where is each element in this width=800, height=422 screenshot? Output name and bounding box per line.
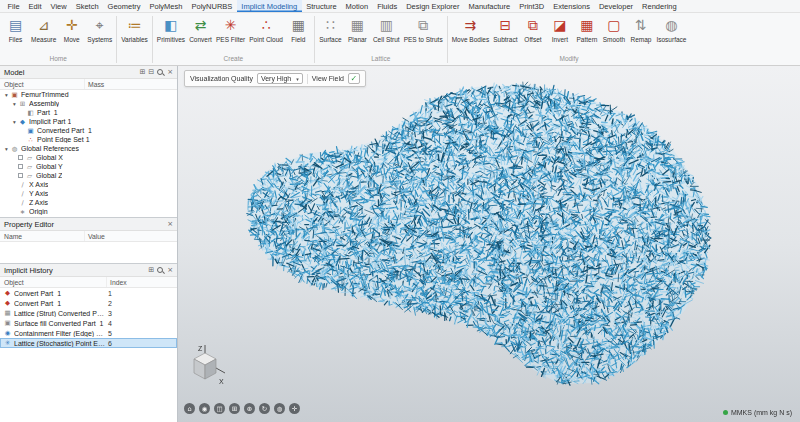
home-view-icon[interactable]: ⌂ xyxy=(184,403,195,414)
model-tree-item[interactable]: ∕Z Axis xyxy=(0,198,177,207)
menu-implicit-modeling[interactable]: Implicit Modeling xyxy=(237,0,302,12)
column-value[interactable]: Value xyxy=(85,233,177,240)
model-tree-item[interactable]: ∕X Axis xyxy=(0,180,177,189)
close-icon[interactable]: × xyxy=(167,220,173,228)
expand-all-icon[interactable]: ⊞ xyxy=(139,68,145,76)
visibility-checkbox[interactable] xyxy=(18,173,23,178)
column-object[interactable]: Object xyxy=(0,277,107,287)
rotate-view-icon[interactable]: ↻ xyxy=(259,403,270,414)
menu-extensions[interactable]: Extensions xyxy=(549,0,595,12)
menu-structure[interactable]: Structure xyxy=(302,0,341,12)
visibility-checkbox[interactable] xyxy=(18,164,23,169)
ribbon-remap-button[interactable]: ⇅Remap xyxy=(627,14,654,55)
menu-geometry[interactable]: Geometry xyxy=(103,0,145,12)
model-tree-item[interactable]: ∗Origin xyxy=(0,207,177,216)
collapse-all-icon[interactable]: ⊟ xyxy=(148,68,154,76)
menu-file[interactable]: File xyxy=(3,0,24,12)
menu-view[interactable]: View xyxy=(46,0,71,12)
ribbon-group-separator xyxy=(116,16,117,63)
orientation-triad[interactable]: Z X xyxy=(182,342,228,390)
tree-expander-icon[interactable]: ▾ xyxy=(11,101,18,107)
camera-view-icon[interactable]: ◉ xyxy=(199,403,210,414)
history-row[interactable]: ✳Lattice (Stochastic) Point Edg...6 xyxy=(0,338,177,348)
model-tree-item[interactable]: ▾◆Implicit Part 1 xyxy=(0,117,177,126)
ribbon-smooth-button[interactable]: ▢Smooth xyxy=(600,14,627,55)
tree-expander-icon[interactable]: ▾ xyxy=(3,146,10,152)
visibility-checkbox[interactable] xyxy=(18,155,23,160)
model-tree-item[interactable]: ▾▣FemurTrimmed xyxy=(0,90,177,99)
fit-view-icon[interactable]: ⊞ xyxy=(229,403,240,414)
tree-expander-icon[interactable]: ▾ xyxy=(3,92,10,98)
ribbon-primitives-button[interactable]: ◧Primitives xyxy=(155,14,187,55)
ribbon-systems-button[interactable]: ⌖Systems xyxy=(85,14,114,55)
menu-fluids[interactable]: Fluids xyxy=(373,0,402,12)
ribbon-measure-button[interactable]: ⊿Measure xyxy=(29,14,58,55)
ribbon-subtract-button[interactable]: ⊟Subtract xyxy=(491,14,519,55)
menu-sketch[interactable]: Sketch xyxy=(71,0,103,12)
search-icon[interactable] xyxy=(157,267,164,274)
ribbon-pes-to-struts-button[interactable]: ⧉PES to Struts xyxy=(402,14,445,55)
menu-developer[interactable]: Developer xyxy=(594,0,637,12)
ribbon-isosurface-button[interactable]: ◍Isosurface xyxy=(654,14,688,55)
ribbon-invert-button[interactable]: ◪Invert xyxy=(546,14,573,55)
ribbon-field-button[interactable]: ▦Field xyxy=(285,14,312,55)
expand-all-icon[interactable]: ⊞ xyxy=(148,266,154,274)
model-tree-item[interactable]: ∕Y Axis xyxy=(0,189,177,198)
zoom-icon[interactable]: ⊕ xyxy=(244,403,255,414)
model-tree-item[interactable]: ▱Global Y xyxy=(0,162,177,171)
history-row[interactable]: ◉Containment Filter (Edge) Poin...5 xyxy=(0,328,177,338)
ribbon-planar-button[interactable]: ▦Planar xyxy=(344,14,371,55)
model-tree-item[interactable]: ▣Converted Part_1 xyxy=(0,126,177,135)
menu-manufacture[interactable]: Manufacture xyxy=(464,0,515,12)
tree-item-label: Assembly xyxy=(29,100,59,107)
history-row[interactable]: ▦Lattice (Strut) Converted Part_13 xyxy=(0,308,177,318)
shading-mode-icon[interactable]: ◍ xyxy=(274,403,285,414)
ribbon-point-cloud-button[interactable]: ∴Point Cloud xyxy=(247,14,285,55)
ribbon-cell-strut-button[interactable]: ▥Cell Strut xyxy=(371,14,402,55)
menu-design-explorer[interactable]: Design Explorer xyxy=(402,0,464,12)
column-name[interactable]: Name xyxy=(0,231,85,241)
ribbon-surface-button[interactable]: ∷Surface xyxy=(317,14,344,55)
view-field-checkbox[interactable]: ✓ xyxy=(348,73,360,84)
ribbon-pattern-button[interactable]: ▦Pattern xyxy=(573,14,600,55)
ribbon-variables-button[interactable]: ≔Variables xyxy=(119,14,150,55)
model-tree-item[interactable]: ▾◍Global References xyxy=(0,144,177,153)
history-row[interactable]: ▣Surface fill Converted Part_14 xyxy=(0,318,177,328)
tree-item-label: Implicit Part 1 xyxy=(29,118,71,125)
model-tree-item[interactable]: ▱Global X xyxy=(0,153,177,162)
close-icon[interactable]: × xyxy=(167,266,173,274)
implicit-history-actions: ⊞ × xyxy=(148,266,173,274)
ribbon-files-button[interactable]: ▤Files xyxy=(2,14,29,55)
pan-icon[interactable]: ✛ xyxy=(289,403,300,414)
history-row[interactable]: ◆Convert Part_11 xyxy=(0,288,177,298)
menu-motion[interactable]: Motion xyxy=(341,0,373,12)
ribbon-move-bodies-button[interactable]: ⇉Move Bodies xyxy=(450,14,492,55)
model-panel: Model ⊞ ⊟ × Object Mass ▾▣FemurTrimmed▾⊞… xyxy=(0,66,177,218)
tree-expander-icon[interactable]: ▾ xyxy=(11,119,18,125)
menu-print3d[interactable]: Print3D xyxy=(515,0,549,12)
ribbon-offset-button[interactable]: ⧉Offset xyxy=(519,14,546,55)
model-tree-item[interactable]: ▾⊞Assembly xyxy=(0,99,177,108)
systems-icon: ⌖ xyxy=(96,15,104,35)
remap-icon: ⇅ xyxy=(635,15,647,35)
visualization-quality-dropdown[interactable]: Very High ▾ xyxy=(257,73,303,84)
ribbon-convert-button[interactable]: ⇄Convert xyxy=(187,14,214,55)
model-tree-item[interactable]: ∴Point Edge Set 1 xyxy=(0,135,177,144)
history-row[interactable]: ◆Convert Part_12 xyxy=(0,298,177,308)
menu-polynurbs[interactable]: PolyNURBS xyxy=(187,0,237,12)
close-icon[interactable]: × xyxy=(167,68,173,76)
search-icon[interactable] xyxy=(157,69,164,76)
ribbon-pes-filter-button[interactable]: ✳PES Filter xyxy=(214,14,247,55)
menu-edit[interactable]: Edit xyxy=(24,0,46,12)
view-cube-icon[interactable]: ◫ xyxy=(214,403,225,414)
viewport-3d-lattice[interactable] xyxy=(178,66,800,422)
viewport-3d[interactable]: Visualization Quality Very High ▾ View F… xyxy=(178,66,800,422)
model-tree-item[interactable]: ◧Part_1 xyxy=(0,108,177,117)
menu-rendering[interactable]: Rendering xyxy=(638,0,682,12)
column-index[interactable]: Index xyxy=(107,279,177,286)
model-tree-item[interactable]: ▱Global Z xyxy=(0,171,177,180)
column-object[interactable]: Object xyxy=(0,79,85,89)
menu-polymesh[interactable]: PolyMesh xyxy=(145,0,187,12)
ribbon-move-button[interactable]: ✛Move xyxy=(58,14,85,55)
column-mass[interactable]: Mass xyxy=(85,81,177,88)
